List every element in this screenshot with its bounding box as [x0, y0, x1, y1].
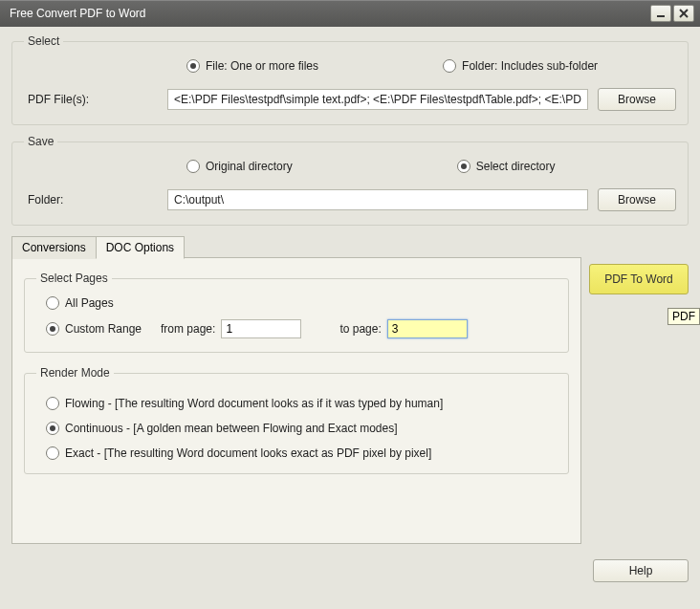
- save-group: Save Original directory Select directory…: [11, 135, 689, 226]
- render-mode-legend: Render Mode: [36, 366, 114, 380]
- pdf-files-label: PDF File(s):: [24, 93, 167, 106]
- radio-file-label: File: One or more files: [206, 59, 318, 73]
- from-page-input[interactable]: [221, 319, 301, 338]
- radio-folder[interactable]: [443, 59, 456, 73]
- browse-files-button[interactable]: Browse: [598, 88, 676, 111]
- radio-file[interactable]: [186, 59, 200, 73]
- from-page-label: from page:: [161, 322, 215, 336]
- minimize-button[interactable]: [650, 5, 671, 22]
- radio-flowing[interactable]: [46, 397, 59, 410]
- pdf-tooltip: PDF: [667, 308, 700, 325]
- folder-input[interactable]: [167, 189, 588, 210]
- radio-flowing-label: Flowing - [The resulting Word document l…: [65, 397, 443, 410]
- radio-custom-range-label: Custom Range: [65, 322, 161, 336]
- radio-select-dir[interactable]: [457, 160, 470, 173]
- radio-original-dir[interactable]: [186, 160, 200, 173]
- radio-exact[interactable]: [46, 446, 59, 460]
- tab-header: Conversions DOC Options: [11, 235, 581, 258]
- tab-body: Select Pages All Pages Custom Range from…: [11, 257, 581, 544]
- to-page-input[interactable]: [387, 319, 468, 338]
- tab-conversions[interactable]: Conversions: [11, 236, 97, 259]
- render-mode-group: Render Mode Flowing - [The resulting Wor…: [24, 366, 569, 474]
- select-group: Select File: One or more files Folder: I…: [11, 34, 689, 125]
- pdf-to-word-button[interactable]: PDF To Word: [589, 264, 689, 294]
- folder-label: Folder:: [24, 193, 167, 207]
- window-title: Free Convert PDF to Word: [6, 7, 648, 20]
- help-button[interactable]: Help: [593, 559, 689, 582]
- radio-continuous[interactable]: [46, 422, 59, 435]
- radio-exact-label: Exact - [The resulting Word document loo…: [65, 446, 431, 460]
- close-button[interactable]: [673, 5, 694, 22]
- browse-folder-button[interactable]: Browse: [598, 188, 676, 211]
- pdf-files-input[interactable]: [167, 89, 588, 110]
- radio-continuous-label: Continuous - [A golden mean between Flow…: [65, 422, 398, 435]
- tab-doc-options[interactable]: DOC Options: [96, 236, 185, 259]
- select-pages-group: Select Pages All Pages Custom Range from…: [24, 272, 569, 353]
- select-pages-legend: Select Pages: [36, 272, 112, 285]
- radio-all-pages[interactable]: [46, 296, 59, 310]
- radio-original-label: Original directory: [206, 160, 293, 173]
- radio-custom-range[interactable]: [46, 322, 59, 336]
- radio-select-label: Select directory: [476, 160, 556, 173]
- title-bar: Free Convert PDF to Word: [0, 0, 700, 27]
- radio-folder-label: Folder: Includes sub-folder: [462, 59, 598, 73]
- radio-all-pages-label: All Pages: [65, 296, 114, 310]
- select-legend: Select: [24, 34, 63, 48]
- save-legend: Save: [24, 135, 57, 148]
- to-page-label: to page:: [339, 322, 381, 336]
